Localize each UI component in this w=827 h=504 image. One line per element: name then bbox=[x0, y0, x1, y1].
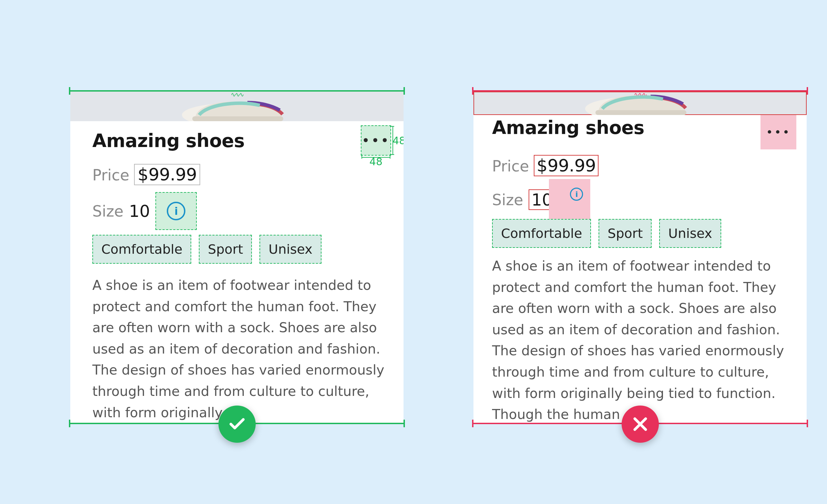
measure-tick bbox=[807, 420, 808, 427]
tag-chip[interactable]: Sport bbox=[199, 235, 252, 264]
more-options-button[interactable]: ••• bbox=[760, 115, 796, 149]
product-description: A shoe is an item of footwear intended t… bbox=[492, 255, 794, 423]
shoe-illustration bbox=[582, 92, 699, 115]
do-badge bbox=[218, 406, 256, 443]
product-description: A shoe is an item of footwear intended t… bbox=[92, 275, 391, 423]
size-label: Size bbox=[92, 202, 123, 220]
measure-tick bbox=[807, 87, 808, 95]
close-icon bbox=[631, 415, 650, 433]
shoe-illustration bbox=[178, 92, 296, 121]
tag-chip[interactable]: Sport bbox=[599, 219, 652, 248]
product-card: ∿∿∿ Amazing shoes ••• bbox=[70, 92, 404, 423]
tag-chip[interactable]: Unisex bbox=[659, 219, 721, 248]
svg-rect-1 bbox=[192, 116, 283, 121]
product-title: Amazing shoes bbox=[492, 117, 644, 138]
price-value: $99.99 bbox=[534, 155, 599, 176]
size-info-button[interactable]: i bbox=[155, 192, 197, 230]
price-value: $99.99 bbox=[134, 164, 200, 185]
tag-chip[interactable]: Comfortable bbox=[492, 219, 591, 248]
tag-chip[interactable]: Unisex bbox=[259, 235, 321, 264]
tag-chip[interactable]: Comfortable bbox=[92, 235, 191, 264]
price-label: Price bbox=[492, 157, 529, 175]
size-info-button[interactable]: i bbox=[549, 179, 590, 220]
tag-list: Comfortable Sport Unisex bbox=[492, 219, 794, 248]
dont-badge bbox=[622, 406, 659, 443]
example-do: ∿∿∿ Amazing shoes ••• bbox=[69, 90, 405, 424]
more-options-button[interactable]: ••• 48 48 bbox=[361, 125, 391, 156]
product-card: ∿∿∿ Amazing shoes ••• bbox=[473, 92, 807, 423]
measure-tick bbox=[404, 87, 405, 95]
info-icon: i bbox=[570, 188, 583, 201]
product-title: Amazing shoes bbox=[92, 130, 245, 151]
product-image: ∿∿∿ bbox=[70, 92, 404, 121]
tag-list: Comfortable Sport Unisex bbox=[92, 235, 391, 264]
touch-target-highlight bbox=[549, 179, 590, 220]
price-label: Price bbox=[92, 166, 129, 184]
check-icon bbox=[228, 415, 246, 433]
svg-rect-3 bbox=[595, 110, 686, 115]
dimension-label: 48 bbox=[369, 156, 382, 168]
example-dont: ∿∿∿ Amazing shoes ••• bbox=[472, 90, 808, 424]
product-image: ∿∿∿ bbox=[473, 92, 807, 115]
size-label: Size bbox=[492, 191, 523, 209]
info-icon: i bbox=[167, 202, 185, 220]
measure-tick bbox=[404, 420, 405, 427]
size-value: 10 bbox=[129, 201, 150, 221]
dimension-label: 48 bbox=[392, 135, 404, 147]
